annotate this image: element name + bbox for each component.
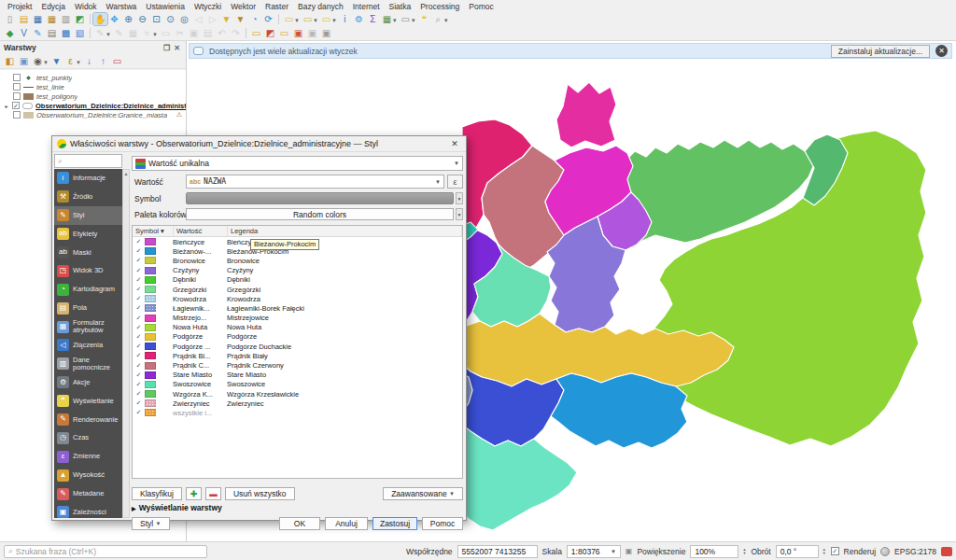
- menu-wektor[interactable]: Wektor: [226, 2, 260, 11]
- add-category-button[interactable]: ✚: [186, 487, 202, 500]
- category-row[interactable]: ✓PodgórzePodgórze: [133, 332, 462, 342]
- zoom-last-icon[interactable]: ◁: [191, 13, 205, 25]
- digitize-with-curve-icon[interactable]: ≈: [140, 27, 154, 39]
- attribute-table-dropdown-icon[interactable]: ▼: [392, 18, 398, 23]
- menu-processing[interactable]: Processing: [415, 2, 464, 11]
- statistics-icon[interactable]: Σ: [366, 13, 380, 25]
- menu-raster[interactable]: Raster: [260, 2, 293, 11]
- rotation-spinner[interactable]: ▲▼: [822, 548, 826, 555]
- category-row[interactable]: ✓Stare MiastoStare Miasto: [133, 371, 462, 380]
- sidebar-scrollbar[interactable]: ▲: [122, 169, 130, 518]
- sidebar-item-maski[interactable]: abMaski: [54, 244, 122, 262]
- category-row[interactable]: ✓wszystkie i...: [133, 408, 462, 417]
- deselect-features-dropdown-icon[interactable]: ▼: [331, 18, 337, 23]
- layer-item[interactable]: test_linie: [4, 82, 186, 91]
- pan-map-icon[interactable]: ✋: [93, 13, 107, 25]
- sidebar-item-z-czenia[interactable]: ◁Złączenia: [54, 336, 122, 355]
- collapse-all-icon[interactable]: ↑: [96, 55, 110, 67]
- category-checkbox[interactable]: ✓: [133, 409, 145, 416]
- cancel-button[interactable]: Anuluj: [325, 517, 368, 530]
- sidebar-item-kartodiagram[interactable]: ◔Kartodiagram: [54, 280, 122, 299]
- sidebar-item-styl[interactable]: ✎Styl: [54, 206, 122, 225]
- symbol-preview[interactable]: [186, 192, 454, 204]
- category-row[interactable]: ✓CzyżynyCzyżyny: [133, 266, 462, 275]
- identify-features-icon[interactable]: i: [338, 13, 352, 25]
- layer-item[interactable]: test_poligony: [4, 91, 186, 101]
- dialog-close-icon[interactable]: ✕: [448, 139, 461, 148]
- menu-wtyczki[interactable]: Wtyczki: [190, 2, 226, 11]
- rotation-input[interactable]: 0,0 °: [776, 545, 819, 558]
- temporal-controller-icon[interactable]: ◔: [247, 13, 261, 25]
- notification-close-icon[interactable]: ✕: [935, 45, 948, 57]
- zoom-to-layer-icon[interactable]: ◎: [177, 13, 191, 25]
- float-panel-icon[interactable]: ❐: [162, 44, 172, 52]
- highlight-pinned-labels-icon[interactable]: ▣: [305, 27, 319, 39]
- sidebar-item-wy-wietlanie[interactable]: ❝Wyświetlanie: [54, 392, 122, 411]
- expander-icon[interactable]: ▸: [4, 103, 9, 109]
- new-geopackage-layer-icon[interactable]: ◆: [3, 27, 17, 39]
- menu-ustawienia[interactable]: Ustawienia: [141, 2, 190, 11]
- category-checkbox[interactable]: ✓: [133, 343, 145, 350]
- sidebar-item-dane-pomocnicze[interactable]: ▥Dane pomocnicze: [54, 355, 122, 373]
- new-memory-layer-icon[interactable]: ▤: [45, 27, 59, 39]
- category-row[interactable]: ✓DębnikiDębniki: [133, 275, 462, 285]
- renderer-select[interactable]: Wartość unikalna ▼: [132, 156, 463, 171]
- layer-checkbox[interactable]: [13, 74, 21, 81]
- sidebar-item-metadane[interactable]: ✎Metadane: [54, 484, 122, 503]
- categories-table[interactable]: Symbol ▾WartośćLegenda ✓BieńczyceBieńczy…: [132, 225, 463, 479]
- layer-item[interactable]: Obserwatorium_Dzielnice:Granice_miasta⚠: [4, 110, 186, 119]
- sidebar-item-pola[interactable]: ▤Pola: [54, 299, 122, 317]
- category-checkbox[interactable]: ✓: [133, 362, 145, 370]
- style-manager-icon[interactable]: ◩: [73, 13, 87, 25]
- category-row[interactable]: ✓Wzgórza K...Wzgórza Krzesławickie: [133, 389, 462, 399]
- menu-projekt[interactable]: Projekt: [3, 2, 36, 11]
- palette-dropdown-icon[interactable]: ▼: [456, 208, 463, 220]
- sidebar-item-akcje[interactable]: ⚙Akcje: [54, 373, 122, 392]
- category-checkbox[interactable]: ✓: [133, 381, 145, 388]
- category-row[interactable]: ✓Nowa HutaNowa Huta: [133, 323, 462, 332]
- district-region-azure[interactable]: [551, 373, 687, 448]
- advanced-button[interactable]: Zaawansowane ▼: [383, 487, 463, 500]
- category-checkbox[interactable]: ✓: [133, 399, 145, 407]
- project-properties-icon[interactable]: ▥: [59, 13, 73, 25]
- category-checkbox[interactable]: ✓: [133, 324, 145, 331]
- render-checkbox[interactable]: ✓: [831, 547, 839, 555]
- expand-all-icon[interactable]: ↓: [82, 55, 96, 67]
- layer-warning-icon[interactable]: ⚠: [176, 111, 182, 119]
- category-checkbox[interactable]: ✓: [133, 286, 145, 293]
- search-tool-dropdown-icon[interactable]: ▼: [443, 18, 449, 23]
- category-checkbox[interactable]: ✓: [133, 267, 145, 274]
- scale-select[interactable]: 1:80376▼: [567, 545, 621, 558]
- crs-value[interactable]: EPSG:2178: [894, 547, 936, 556]
- close-panel-icon[interactable]: ✕: [172, 44, 182, 52]
- open-layer-styling-icon[interactable]: ◧: [3, 55, 17, 67]
- magnifier-spinner[interactable]: ▲▼: [742, 548, 746, 555]
- style-menu-button[interactable]: Styl ▼: [132, 517, 170, 530]
- manage-map-themes-dropdown-icon[interactable]: ▼: [43, 60, 49, 65]
- category-checkbox[interactable]: ✓: [133, 257, 145, 264]
- category-row[interactable]: ✓Prądnik C...Prądnik Czerwony: [133, 360, 462, 370]
- zoom-to-selection-icon[interactable]: ⊙: [163, 13, 177, 25]
- column-header-symbol[interactable]: Symbol ▾: [133, 226, 174, 236]
- category-row[interactable]: ✓GrzegórzkiGrzegórzki: [133, 285, 462, 294]
- category-row[interactable]: ✓Mistrzejo...Mistrzejowice: [133, 314, 462, 323]
- dialog-search-input[interactable]: ⌕: [54, 154, 122, 168]
- zoom-next-icon[interactable]: ▷: [205, 13, 219, 25]
- measure-dropdown-icon[interactable]: ▼: [411, 18, 416, 23]
- new-mesh-layer-icon[interactable]: ▩: [59, 27, 73, 39]
- messages-log-icon[interactable]: [941, 547, 952, 556]
- zoom-in-icon[interactable]: ⊕: [121, 13, 135, 25]
- cut-features-icon[interactable]: ✂: [173, 27, 187, 39]
- menu-edycja[interactable]: Edycja: [36, 2, 70, 11]
- category-checkbox[interactable]: ✓: [133, 276, 145, 284]
- sidebar-item-widok-3d[interactable]: ◳Widok 3D: [54, 261, 122, 280]
- sidebar-item-zale-no-ci[interactable]: ▣Zależności: [54, 503, 122, 518]
- new-project-icon[interactable]: ▯: [3, 13, 17, 25]
- locator-search-input[interactable]: ⌕ Szukana fraza (Ctrl+K): [4, 545, 207, 558]
- filter-legend-icon[interactable]: ▼: [49, 55, 63, 67]
- category-checkbox[interactable]: ✓: [133, 238, 145, 245]
- category-checkbox[interactable]: ✓: [133, 390, 145, 398]
- select-features-dropdown-icon[interactable]: ▼: [294, 18, 300, 23]
- menu-pomoc[interactable]: Pomoc: [464, 2, 498, 11]
- magnifier-input[interactable]: 100%: [690, 545, 738, 558]
